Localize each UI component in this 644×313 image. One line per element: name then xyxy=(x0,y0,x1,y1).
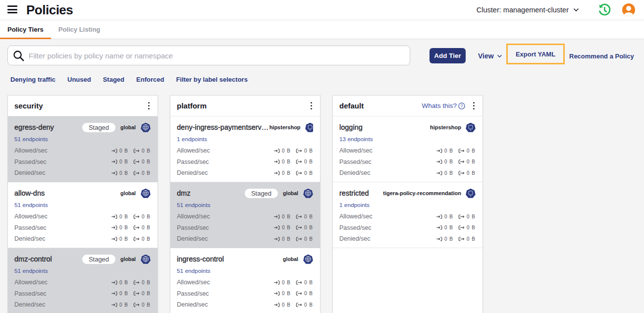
svg-text:?: ? xyxy=(460,104,463,108)
